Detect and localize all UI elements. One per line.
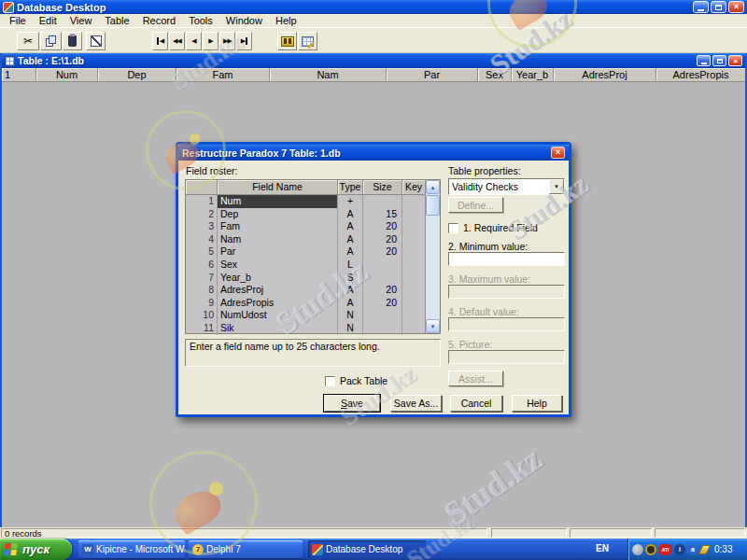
key-cell[interactable] (402, 322, 425, 335)
menu-window[interactable]: Window (219, 15, 269, 27)
menu-tools[interactable]: Tools (182, 15, 219, 27)
menu-record[interactable]: Record (136, 15, 182, 27)
taskbar-item-delphi[interactable]: 7 Delphi 7 (189, 540, 303, 558)
table-maximize-button[interactable] (712, 55, 726, 66)
prior-set-button[interactable]: ◀◀ (169, 32, 185, 50)
roster-row[interactable]: 6SexL (186, 259, 425, 272)
language-indicator[interactable]: EN (596, 543, 609, 553)
taskbar-item-word[interactable]: W Kipicne - Microsoft W... (78, 540, 185, 558)
start-button[interactable]: пуск (0, 539, 72, 560)
field-name-cell[interactable]: AdresProj (218, 284, 338, 297)
prior-record-button[interactable]: ◀ (186, 32, 202, 50)
field-view-button[interactable] (86, 32, 106, 50)
field-name-cell[interactable]: AdresPropis (218, 297, 338, 310)
network-tray-icon[interactable] (645, 544, 656, 555)
minimize-button[interactable] (693, 1, 709, 13)
minimum-value-input[interactable] (448, 252, 565, 266)
copy-button[interactable] (40, 32, 62, 50)
field-name-cell[interactable]: Year_b (218, 272, 338, 285)
size-cell[interactable]: 20 (363, 284, 402, 297)
field-name-cell[interactable]: Dep (218, 208, 338, 221)
scroll-down-button[interactable]: ▼ (426, 319, 440, 333)
type-cell[interactable]: N (338, 309, 363, 322)
menu-help[interactable]: Help (269, 15, 303, 27)
restore-button[interactable] (711, 1, 726, 13)
taskbar-item-database-desktop[interactable]: Database Desktop (308, 540, 426, 558)
roster-row[interactable]: 11SikN (186, 322, 425, 335)
volume-tray-icon[interactable] (632, 544, 643, 555)
roster-row[interactable]: 4NamA20 (186, 233, 425, 246)
save-as-button[interactable]: Save As... (390, 395, 442, 412)
type-cell[interactable]: A (338, 208, 363, 221)
next-record-button[interactable]: ▶ (203, 32, 218, 50)
size-cell[interactable] (363, 195, 402, 208)
key-cell[interactable] (402, 297, 425, 310)
type-cell[interactable]: A (338, 297, 363, 310)
open-table-button[interactable] (277, 32, 297, 50)
size-cell[interactable] (363, 272, 402, 285)
help-button[interactable]: Help (512, 395, 562, 412)
field-name-cell[interactable]: Fam (218, 220, 338, 233)
size-cell[interactable]: 20 (363, 245, 402, 259)
size-cell[interactable]: 20 (363, 233, 402, 246)
restructure-button[interactable] (298, 32, 317, 50)
info-tray-icon[interactable]: i (674, 544, 685, 555)
type-cell[interactable]: + (338, 195, 363, 208)
key-cell[interactable] (402, 272, 425, 285)
menu-view[interactable]: View (63, 15, 99, 27)
dropdown-button[interactable]: ▼ (549, 179, 564, 194)
dialog-close-button[interactable]: × (551, 147, 565, 159)
lightning-tray-icon[interactable] (698, 545, 712, 554)
type-cell[interactable]: A (338, 245, 363, 259)
paste-button[interactable] (63, 32, 82, 50)
close-button[interactable]: × (728, 1, 744, 13)
key-cell[interactable] (402, 233, 425, 246)
save-button[interactable]: Save (324, 395, 380, 412)
field-name-cell[interactable]: NumUdost (218, 309, 338, 322)
drive-a-tray-icon[interactable]: a (687, 544, 698, 555)
field-name-cell[interactable]: Sex (218, 259, 338, 272)
roster-row[interactable]: 7Year_bS (186, 272, 425, 285)
cancel-button[interactable]: Cancel (450, 395, 502, 412)
key-cell[interactable] (402, 245, 425, 259)
roster-row[interactable]: 2DepA15 (186, 208, 425, 221)
next-set-button[interactable]: ▶▶ (219, 32, 235, 50)
key-cell[interactable] (402, 220, 425, 233)
field-name-cell[interactable]: Num (218, 195, 338, 208)
ati-tray-icon[interactable]: ATI (658, 544, 672, 555)
type-cell[interactable]: A (338, 284, 363, 297)
key-cell[interactable] (402, 195, 425, 208)
pack-table-checkbox-row[interactable]: Pack Table (325, 375, 388, 386)
key-cell[interactable] (402, 259, 425, 272)
scroll-up-button[interactable]: ▲ (426, 180, 440, 194)
type-cell[interactable]: N (338, 322, 363, 335)
menu-table[interactable]: Table (98, 15, 135, 27)
cut-button[interactable]: ✂ (17, 32, 39, 50)
roster-row[interactable]: 5ParA20 (186, 245, 425, 259)
required-field-checkbox[interactable] (448, 223, 458, 233)
first-record-button[interactable]: ◀ (152, 32, 168, 50)
pack-table-checkbox[interactable] (325, 376, 335, 386)
size-cell[interactable] (363, 322, 402, 335)
size-cell[interactable] (363, 309, 402, 322)
type-cell[interactable]: A (338, 233, 363, 246)
table-close-button[interactable]: × (728, 55, 742, 66)
menu-edit[interactable]: Edit (33, 15, 63, 27)
field-name-cell[interactable]: Nam (218, 233, 338, 246)
field-name-cell[interactable]: Sik (218, 322, 338, 335)
roster-row[interactable]: 1Num+ (186, 195, 425, 208)
size-cell[interactable]: 15 (363, 208, 402, 221)
key-cell[interactable] (402, 208, 425, 221)
field-name-cell[interactable]: Par (218, 245, 338, 259)
type-cell[interactable]: S (338, 272, 363, 285)
key-cell[interactable] (402, 284, 425, 297)
key-cell[interactable] (402, 309, 425, 322)
size-cell[interactable]: 20 (363, 297, 402, 310)
size-cell[interactable]: 20 (363, 220, 402, 233)
table-properties-select[interactable]: Validity Checks ▼ (448, 178, 565, 195)
roster-row[interactable]: 9AdresPropisA20 (186, 297, 425, 310)
table-minimize-button[interactable] (697, 55, 711, 66)
type-cell[interactable]: L (338, 259, 363, 272)
menu-file[interactable]: File (3, 15, 33, 27)
roster-scrollbar[interactable]: ▲ ▼ (425, 180, 440, 333)
